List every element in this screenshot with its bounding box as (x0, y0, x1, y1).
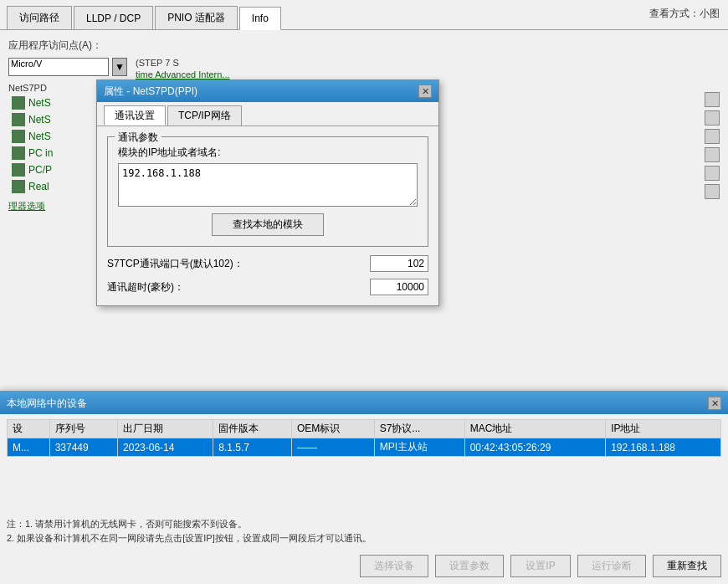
col-header-ip: IP地址 (606, 420, 721, 438)
group-title: 通讯参数 (115, 131, 161, 145)
indicator-box-3 (705, 147, 720, 162)
select-row: Micro/V ▼ (8, 58, 127, 76)
refresh-search-button[interactable]: 重新查找 (653, 555, 721, 577)
indicator-box-0 (705, 92, 720, 107)
sidebar-item-2[interactable]: NetS (8, 128, 84, 145)
indicator-box-2 (705, 129, 720, 144)
sidebar-item-1[interactable]: NetS (8, 111, 84, 128)
set-ip-button[interactable]: 设置IP (510, 555, 571, 577)
link-eapp[interactable]: time Advanced Intern... (136, 69, 720, 79)
sidebar-label-nets7pd: NetS7PD (8, 83, 84, 93)
cell-date: 2023-06-14 (118, 438, 213, 457)
cell-s7: MPI主从站 (374, 438, 464, 457)
main-panel: 访问路径 LLDP / DCP PNIO 适配器 Info 查看方式：小图 应用… (0, 0, 728, 584)
cell-mac: 00:42:43:05:26:29 (464, 438, 606, 457)
ip-field-label: 模块的IP地址或者域名: (118, 146, 418, 160)
tab-info[interactable]: Info (239, 7, 281, 30)
app-access-label: 应用程序访问点(A)： (8, 38, 720, 53)
device-icon-1 (12, 113, 25, 126)
timeout-input[interactable] (370, 279, 428, 295)
cell-oem: —— (291, 438, 374, 457)
select-device-button[interactable]: 选择设备 (360, 555, 428, 577)
table-row[interactable]: M... 337449 2023-06-14 8.1.5.7 —— MPI主从站… (8, 438, 721, 457)
sidebar-item-5[interactable]: Real (8, 178, 84, 195)
properties-dialog: 属性 - NetS7PD(PPI) ✕ 通讯设置 TCP/IP网络 通讯参数 模… (96, 79, 439, 306)
sidebar: NetS7PD NetS NetS NetS (8, 83, 84, 195)
col-header-oem: OEM标识 (291, 420, 374, 438)
notes-section: 注：1. 请禁用计算机的无线网卡，否则可能搜索不到设备。 2. 如果设备和计算机… (0, 515, 728, 551)
device-table: 设 序列号 出厂日期 固件版本 OEM标识 S7协议... MAC地址 IP地址… (7, 419, 721, 457)
timeout-label: 通讯超时(豪秒)： (107, 280, 370, 295)
dropdown-arrow-icon[interactable]: ▼ (112, 58, 127, 76)
cell-firmware: 8.1.5.7 (213, 438, 292, 457)
col-header-s7: S7协议... (374, 420, 464, 438)
local-network-dialog: 本地网络中的设备 ✕ 设 序列号 出厂日期 固件版本 OEM标识 S7协议...… (0, 391, 728, 584)
device-icon-3 (12, 146, 25, 160)
indicator-box-1 (705, 110, 720, 126)
port-row: S7TCP通讯端口号(默认102)： (107, 255, 428, 272)
col-header-date: 出厂日期 (118, 420, 213, 438)
device-table-wrapper: 设 序列号 出厂日期 固件版本 OEM标识 S7协议... MAC地址 IP地址… (0, 414, 728, 515)
sidebar-item-3[interactable]: PC in (8, 145, 84, 161)
cell-serial: 337449 (49, 438, 117, 457)
indicator-box-5 (705, 184, 720, 199)
port-label: S7TCP通讯端口号(默认102)： (107, 257, 370, 271)
bottom-buttons: 选择设备 设置参数 设置IP 运行诊断 重新查找 (0, 551, 728, 584)
tab-lldp-dcp[interactable]: LLDP / DCP (74, 6, 153, 29)
port-input[interactable] (370, 255, 428, 272)
note-2: 2. 如果设备和计算机不在同一网段请先点击[设置IP]按钮，设置成同一网段后才可… (7, 532, 721, 545)
indicator-box-4 (705, 166, 720, 181)
access-point-select[interactable]: Micro/V (8, 58, 109, 76)
ip-input[interactable]: 192.168.1.188 (118, 163, 418, 207)
run-diagnostics-button[interactable]: 运行诊断 (577, 555, 646, 577)
device-icon-2 (12, 130, 25, 143)
dialog-tab-tcpip[interactable]: TCP/IP网络 (167, 105, 242, 126)
col-header-mac: MAC地址 (464, 420, 606, 438)
cell-ip: 192.168.1.188 (606, 438, 721, 457)
col-header-device: 设 (8, 420, 50, 438)
side-indicators (705, 92, 720, 199)
dialog-titlebar: 属性 - NetS7PD(PPI) ✕ (97, 80, 438, 102)
device-icon-0 (12, 96, 25, 110)
dialog-tab-bar: 通讯设置 TCP/IP网络 (97, 102, 438, 126)
dialog-body: 通讯参数 模块的IP地址或者域名: 192.168.1.188 查找本地的模块 … (97, 126, 438, 305)
top-tab-bar: 访问路径 LLDP / DCP PNIO 适配器 Info (0, 0, 728, 30)
bottom-dialog-titlebar: 本地网络中的设备 ✕ (0, 392, 728, 414)
set-params-button[interactable]: 设置参数 (435, 555, 504, 577)
find-module-button[interactable]: 查找本地的模块 (212, 213, 324, 236)
dialog-title: 属性 - NetS7PD(PPI) (104, 85, 197, 99)
info-step7: (STEP 7 S (136, 58, 720, 68)
cell-device: M... (8, 438, 50, 457)
device-icon-4 (12, 163, 25, 177)
tab-pnio[interactable]: PNIO 适配器 (155, 6, 238, 29)
col-header-firmware: 固件版本 (213, 420, 292, 438)
timeout-row: 通讯超时(豪秒)： (107, 279, 428, 295)
dialog-tab-comm[interactable]: 通讯设置 (104, 105, 166, 126)
col-header-serial: 序列号 (49, 420, 117, 438)
comm-params-group: 通讯参数 模块的IP地址或者域名: 192.168.1.188 查找本地的模块 (107, 136, 428, 247)
bottom-dialog-close-button[interactable]: ✕ (708, 397, 721, 410)
dialog-box: 属性 - NetS7PD(PPI) ✕ 通讯设置 TCP/IP网络 通讯参数 模… (96, 79, 439, 306)
view-mode-label: 查看方式：小图 (649, 7, 720, 21)
note-1: 注：1. 请禁用计算机的无线网卡，否则可能搜索不到设备。 (7, 518, 721, 530)
sidebar-item-0[interactable]: NetS (8, 95, 84, 111)
device-icon-5 (12, 180, 25, 193)
bottom-dialog-title: 本地网络中的设备 (7, 397, 87, 411)
dialog-close-button[interactable]: ✕ (418, 85, 432, 98)
tab-access-path[interactable]: 访问路径 (7, 6, 72, 29)
sidebar-item-4[interactable]: PC/P (8, 161, 84, 178)
